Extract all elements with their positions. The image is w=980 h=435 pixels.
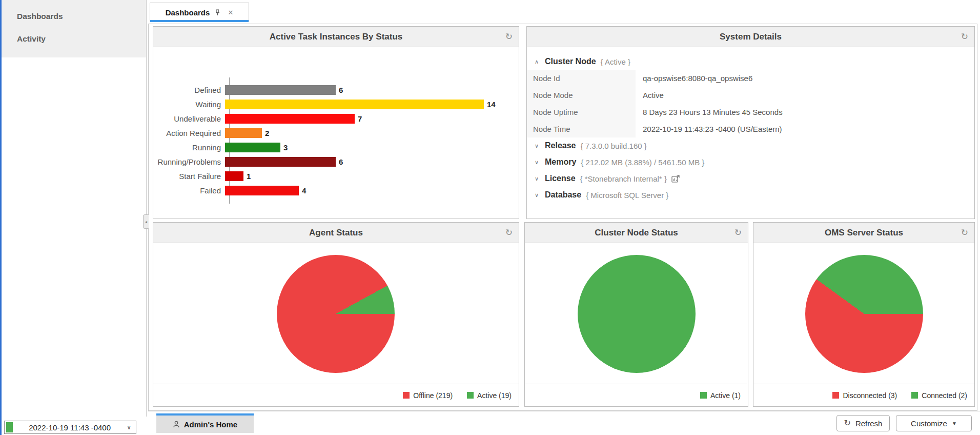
legend-label: Active (19) — [477, 391, 512, 400]
panel-title: Active Task Instances By Status — [270, 32, 403, 42]
customize-button[interactable]: Customize ▼ — [896, 415, 972, 431]
chevron-down-icon[interactable]: ∨ — [533, 192, 540, 199]
panel-title: Cluster Node Status — [595, 228, 678, 238]
legend-swatch — [403, 392, 410, 399]
panel-agent-status: Agent Status ↻ Offline (219)Active (19) — [153, 222, 519, 407]
panel-oms-server-status: OMS Server Status ↻ Disconnected (3)Conn… — [753, 222, 975, 407]
panel-title: Agent Status — [309, 228, 363, 238]
row-label: Node Id — [527, 70, 636, 87]
chevron-down-icon[interactable]: ∨ — [533, 175, 540, 182]
sidebar-item-dashboards[interactable]: Dashboards — [2, 5, 146, 28]
system-details-row: Node Uptime8 Days 23 Hours 13 Minutes 45… — [527, 104, 974, 121]
section-release[interactable]: ∨Release{ 7.3.0.0 build.160 } — [527, 137, 974, 154]
bar-row: Failed4 — [153, 183, 515, 197]
refresh-icon[interactable]: ↻ — [734, 228, 742, 237]
legend-swatch — [700, 392, 707, 399]
section-detail: { *Stonebranch Internal* } — [580, 174, 667, 183]
customize-label: Customize — [911, 419, 947, 428]
bar-row: Action Required2 — [153, 126, 515, 140]
chevron-down-icon[interactable]: ∨ — [533, 159, 540, 166]
bar-category-label: Running/Problems — [153, 157, 225, 166]
bar-segment[interactable] — [225, 100, 484, 109]
panel-header: OMS Server Status ↻ — [753, 223, 974, 243]
row-value: Active — [636, 87, 664, 104]
row-value: qa-opswise6:8080-qa_opswise6 — [636, 70, 752, 87]
system-details-row: Node Idqa-opswise6:8080-qa_opswise6 — [527, 70, 974, 87]
panel-header: Agent Status ↻ — [153, 223, 519, 243]
cluster-node-status-legend: Active (1) — [525, 384, 748, 406]
bar-category-label: Waiting — [153, 100, 225, 109]
bar-category-label: Action Required — [153, 129, 225, 137]
chevron-up-icon[interactable]: ∧ — [533, 58, 540, 65]
refresh-icon[interactable]: ↻ — [961, 32, 968, 41]
section-cluster-node[interactable]: ∧ Cluster Node { Active } — [527, 53, 974, 70]
panel-active-task-instances: Active Task Instances By Status ↻ Define… — [153, 26, 519, 219]
bar-row: Defined6 — [153, 83, 515, 97]
refresh-label: Refresh — [855, 419, 883, 428]
cluster-node-table: Node Idqa-opswise6:8080-qa_opswise6Node … — [527, 70, 974, 137]
chevron-down-icon: ∨ — [127, 424, 131, 431]
legend-label: Disconnected (3) — [843, 391, 897, 400]
section-detail: { Active } — [601, 57, 630, 66]
legend-swatch — [832, 392, 839, 399]
section-name: Memory — [545, 157, 576, 167]
panel-header: Active Task Instances By Status ↻ — [153, 27, 519, 47]
bar-segment[interactable] — [225, 114, 355, 124]
section-name: Database — [545, 190, 581, 200]
row-value: 2022-10-19 11:43:23 -0400 (US/Eastern) — [636, 121, 782, 137]
bar-value-label: 6 — [339, 86, 343, 94]
bar-segment[interactable] — [225, 85, 336, 95]
pin-icon[interactable] — [214, 9, 221, 16]
section-name: Release — [545, 141, 576, 150]
bar-segment[interactable] — [225, 128, 262, 138]
oms-server-status-pie — [805, 255, 923, 373]
refresh-button[interactable]: ↻ Refresh — [836, 415, 890, 431]
bar-segment[interactable] — [225, 157, 336, 167]
bar-category-label: Defined — [153, 86, 225, 94]
sidebar: Dashboards Activity — [2, 0, 147, 417]
bar-value-label: 3 — [283, 143, 288, 152]
bar-value-label: 7 — [358, 114, 362, 123]
bar-row: Start Failure1 — [153, 169, 515, 183]
section-detail: { 7.3.0.0 build.160 } — [581, 142, 647, 150]
legend-item: Disconnected (3) — [832, 391, 897, 400]
section-memory[interactable]: ∨Memory{ 212.02 MB (3.88%) / 5461.50 MB … — [527, 154, 974, 170]
bar-value-label: 2 — [265, 129, 269, 137]
refresh-icon[interactable]: ↻ — [505, 32, 513, 41]
sidebar-nav-group: Dashboards Activity — [2, 0, 146, 57]
chevron-down-icon[interactable]: ∨ — [533, 143, 540, 149]
system-details-row: Node Time2022-10-19 11:43:23 -0400 (US/E… — [527, 121, 974, 137]
bar-segment[interactable] — [225, 171, 243, 181]
bar-category-label: Start Failure — [153, 172, 225, 181]
bar-segment[interactable] — [225, 186, 299, 195]
panel-title: OMS Server Status — [825, 228, 903, 238]
oms-server-status-legend: Disconnected (3)Connected (2) — [753, 384, 974, 406]
dropdown-triangle-icon: ▼ — [952, 421, 957, 426]
license-usage-chart-icon[interactable] — [671, 175, 680, 183]
panel-header: System Details ↻ — [527, 27, 974, 47]
section-detail: { 212.02 MB (3.88%) / 5461.50 MB } — [581, 158, 704, 167]
refresh-icon[interactable]: ↻ — [505, 228, 513, 237]
tab-dashboards[interactable]: Dashboards ✕ — [150, 3, 249, 22]
row-label: Node Uptime — [527, 104, 636, 121]
refresh-icon: ↻ — [844, 419, 851, 427]
section-name: Cluster Node — [545, 57, 596, 66]
refresh-icon[interactable]: ↻ — [961, 228, 968, 237]
admins-home-tab[interactable]: Admin's Home — [156, 413, 254, 433]
dashboard-canvas: Active Task Instances By Status ↻ Define… — [148, 24, 977, 411]
close-icon[interactable]: ✕ — [228, 9, 233, 16]
sidebar-collapse-handle[interactable]: ◂ — [143, 214, 149, 229]
legend-swatch — [467, 392, 474, 399]
row-label: Node Mode — [527, 87, 636, 104]
bar-segment[interactable] — [225, 143, 280, 152]
bar-value-label: 6 — [339, 157, 343, 166]
section-license[interactable]: ∨License{ *Stonebranch Internal* } — [527, 170, 974, 187]
tab-label: Dashboards — [166, 8, 210, 17]
sidebar-item-activity[interactable]: Activity — [2, 28, 146, 50]
bar-value-label: 14 — [487, 100, 496, 109]
section-database[interactable]: ∨Database{ Microsoft SQL Server } — [527, 187, 974, 203]
section-name: License — [545, 174, 576, 183]
panel-header: Cluster Node Status ↻ — [525, 223, 748, 243]
timezone-datetime-select[interactable]: 2022-10-19 11:43 -0400 ∨ — [4, 421, 136, 434]
panel-system-details: System Details ↻ ∧ Cluster Node { Active… — [526, 26, 975, 219]
